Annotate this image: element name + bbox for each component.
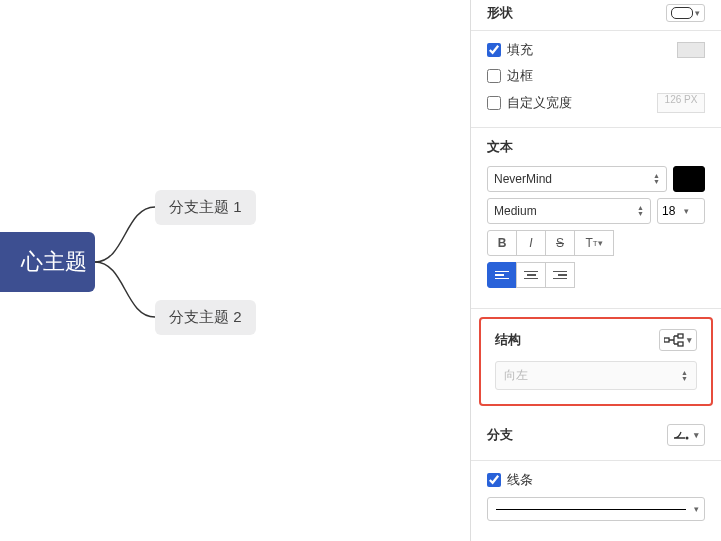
rounded-rect-icon: [671, 7, 693, 19]
properties-panel: 形状 ▾ 填充 边框 自定义宽度 126 PX: [470, 0, 721, 541]
border-row: 边框: [487, 67, 705, 85]
svg-rect-2: [678, 342, 683, 346]
custom-width-row: 自定义宽度 126 PX: [487, 93, 705, 113]
bold-button[interactable]: B: [487, 230, 517, 256]
text-section: 文本 NeverMind ▲▼ Medium ▲▼ ▾ B I S TT ▾: [471, 128, 721, 309]
custom-width-checkbox[interactable]: [487, 96, 501, 110]
structure-type-dropdown[interactable]: ▾: [659, 329, 697, 351]
align-left-button[interactable]: [487, 262, 517, 288]
structure-label: 结构: [495, 331, 521, 349]
svg-rect-1: [678, 334, 683, 338]
text-align-toolbar: [487, 262, 705, 288]
spinner-icon: ▲▼: [653, 173, 660, 185]
svg-rect-0: [664, 338, 669, 342]
text-case-button[interactable]: TT ▾: [574, 230, 614, 256]
appearance-section: 填充 边框 自定义宽度 126 PX: [471, 31, 721, 128]
chevron-down-icon: ▾: [684, 206, 689, 216]
chevron-down-icon: ▾: [687, 335, 692, 345]
branch-style-dropdown[interactable]: ▾: [667, 424, 705, 446]
line-style-dropdown[interactable]: ▾: [487, 497, 705, 521]
structure-direction-select[interactable]: 向左 ▲▼: [495, 361, 697, 390]
chevron-down-icon: ▾: [694, 504, 699, 514]
mindmap-canvas[interactable]: 心主题 分支主题 1 分支主题 2: [0, 0, 470, 541]
chevron-down-icon: ▾: [694, 430, 699, 440]
central-topic-node[interactable]: 心主题: [0, 232, 95, 292]
font-size-input[interactable]: ▾: [657, 198, 705, 224]
shape-dropdown[interactable]: ▾: [666, 4, 705, 22]
spinner-icon: ▲▼: [681, 370, 688, 382]
shape-label: 形状: [487, 4, 513, 22]
text-style-toolbar: B I S TT ▾: [487, 230, 705, 256]
branch-topic-2[interactable]: 分支主题 2: [155, 300, 256, 335]
text-color-swatch[interactable]: [673, 166, 705, 192]
fill-label: 填充: [507, 41, 533, 59]
custom-width-input[interactable]: 126 PX: [657, 93, 705, 113]
shape-section: 形状 ▾: [471, 0, 721, 31]
line-section: 线条 ▾: [471, 461, 721, 535]
structure-section: 结构 ▾ 向左 ▲▼: [479, 317, 713, 406]
branch-section: 分支 ▾: [471, 414, 721, 461]
align-right-button[interactable]: [545, 262, 575, 288]
line-label: 线条: [507, 471, 533, 489]
font-family-select[interactable]: NeverMind ▲▼: [487, 166, 667, 192]
fill-checkbox[interactable]: [487, 43, 501, 57]
text-section-label: 文本: [487, 138, 513, 156]
custom-width-label: 自定义宽度: [507, 94, 572, 112]
branch-label: 分支: [487, 426, 513, 444]
spinner-icon: ▲▼: [637, 205, 644, 217]
italic-button[interactable]: I: [516, 230, 546, 256]
svg-point-3: [686, 437, 689, 440]
connector-lines: [95, 192, 155, 332]
align-center-button[interactable]: [516, 262, 546, 288]
line-checkbox[interactable]: [487, 473, 501, 487]
font-weight-select[interactable]: Medium ▲▼: [487, 198, 651, 224]
fill-color-swatch[interactable]: [677, 42, 705, 58]
strikethrough-button[interactable]: S: [545, 230, 575, 256]
branch-topic-1[interactable]: 分支主题 1: [155, 190, 256, 225]
structure-right-icon: [664, 333, 684, 347]
branch-curve-icon: [673, 428, 691, 442]
border-checkbox[interactable]: [487, 69, 501, 83]
border-label: 边框: [507, 67, 533, 85]
fill-row: 填充: [487, 41, 705, 59]
chevron-down-icon: ▾: [695, 8, 700, 18]
